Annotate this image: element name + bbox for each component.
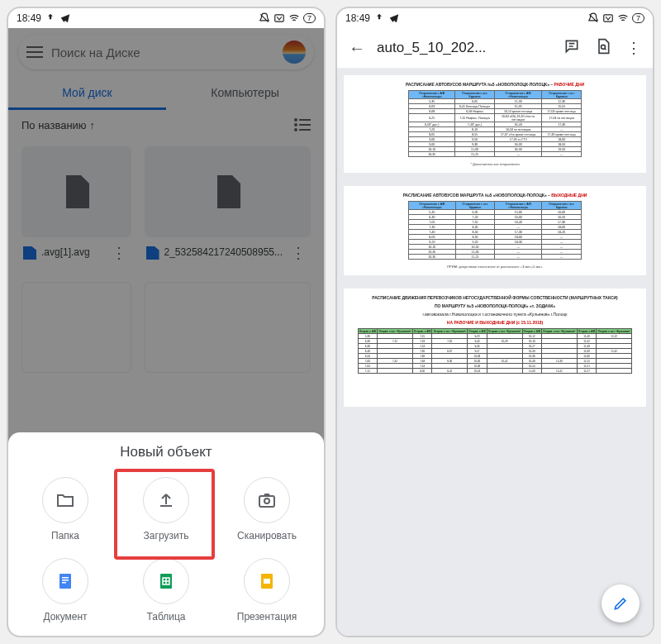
- svg-rect-18: [264, 579, 270, 584]
- svg-point-8: [264, 499, 269, 503]
- tutorial-highlight: [114, 469, 215, 560]
- slides-icon: [257, 571, 277, 591]
- mobile-data-icon: [602, 12, 614, 24]
- svg-rect-19: [604, 15, 613, 21]
- table-note: ПРИМ: допустимое отклонение от расписани…: [350, 265, 640, 269]
- section-title: РАСПИСАНИЕ АВТОБУСОВ МАРШРУТА №5 «НОВОПО…: [403, 193, 552, 198]
- doc-page: РАСПИСАНИЕ ДВИЖЕНИЯ ПЕРЕВОЗЧИКОВ НЕГОСУД…: [344, 289, 646, 407]
- section-title: РАСПИСАНИЕ ДВИЖЕНИЯ ПЕРЕВОЗЧИКОВ НЕГОСУД…: [350, 295, 640, 300]
- telegram-status-icon: [388, 12, 400, 24]
- docs-icon: [55, 571, 75, 591]
- doc-title: auto_5_10_202...: [377, 40, 552, 56]
- pencil-icon: [612, 595, 629, 612]
- svg-rect-0: [275, 15, 284, 21]
- wifi-icon: [288, 12, 300, 24]
- svg-rect-11: [62, 580, 69, 581]
- section-title: РАСПИСАНИЕ АВТОБУСОВ МАРШРУТА №5 «НОВОПО…: [406, 82, 554, 87]
- comment-icon[interactable]: [560, 35, 583, 61]
- sheet-item-scan[interactable]: Сканировать: [216, 470, 317, 548]
- sheet-label: Документ: [43, 611, 87, 623]
- bottom-sheet: Новый объект Папка Загрузить Сканировать…: [8, 432, 324, 636]
- doc-page: РАСПИСАНИЕ АВТОБУСОВ МАРШРУТА №5 «НОВОПО…: [344, 186, 646, 275]
- phone-right: 18:49 7 ← auto_5_10_202... ⋮ РАСПИСАНИЕ …: [335, 7, 654, 637]
- more-icon[interactable]: ⋮: [623, 36, 644, 60]
- svg-rect-10: [62, 577, 69, 579]
- status-time: 18:49: [345, 12, 370, 24]
- doc-page: РАСПИСАНИЕ АВТОБУСОВ МАРШРУТА №5 «НОВОПО…: [344, 75, 646, 173]
- sheets-icon: [156, 571, 176, 591]
- telegram-status-icon: [59, 12, 71, 24]
- sheet-label: Таблица: [146, 611, 185, 623]
- schedule-table-3: Отправ. с А/ВОтправ. с ост. «Кульянов»От…: [358, 328, 633, 374]
- battery-indicator: 7: [303, 13, 316, 23]
- section-title: ПО МАРШРУТУ №5 «НОВОПОЛОЦК-ПОЛОЦК» «т. З…: [350, 303, 640, 308]
- sheet-item-doc[interactable]: Документ: [15, 551, 116, 629]
- wifi-icon: [617, 12, 629, 24]
- back-button[interactable]: ←: [345, 36, 369, 61]
- camera-icon: [257, 490, 277, 510]
- vibrate-icon: [259, 12, 270, 24]
- schedule-table-1: Отправление с А/В г.НовополоцкаОтправлен…: [408, 90, 582, 157]
- status-bar: 18:49 7: [8, 8, 324, 28]
- upload-status-icon: [45, 12, 56, 24]
- sheet-item-sheet[interactable]: Таблица: [116, 551, 216, 629]
- drive-content: Мой диск Компьютеры По названию↑ .avg[1]…: [8, 28, 324, 636]
- edit-fab[interactable]: [602, 584, 640, 623]
- section-subtitle: г.автовокзала г.Новополоцка и т.останово…: [350, 312, 640, 317]
- sheet-item-slides[interactable]: Презентация: [216, 551, 317, 629]
- folder-icon: [55, 490, 75, 510]
- schedule-table-2: Отправление с А/В г.НовополоцкаОтправлен…: [408, 201, 582, 260]
- svg-rect-9: [59, 574, 71, 589]
- battery-indicator: 7: [632, 13, 644, 23]
- sheet-title: Новый объект: [15, 444, 317, 460]
- phone-left: 18:49 7 Мой диск Компьютеры По названию↑: [7, 7, 326, 637]
- svg-line-23: [605, 49, 606, 50]
- document-scroll[interactable]: РАСПИСАНИЕ АВТОБУСОВ МАРШРУТА №5 «НОВОПО…: [337, 69, 653, 636]
- mobile-data-icon: [273, 12, 285, 24]
- upload-status-icon: [373, 12, 385, 24]
- sheet-label: Презентация: [237, 611, 297, 623]
- vibrate-icon: [587, 12, 599, 24]
- svg-rect-12: [62, 582, 66, 584]
- status-bar: 18:49 7: [337, 8, 653, 28]
- sheet-item-folder[interactable]: Папка: [15, 470, 116, 548]
- status-time: 18:49: [17, 12, 41, 24]
- table-note: * Дополнительные отправления: [350, 162, 640, 166]
- sheet-label: Папка: [51, 530, 79, 541]
- doc-header: ← auto_5_10_202... ⋮: [337, 28, 653, 69]
- find-in-page-icon[interactable]: [592, 35, 615, 61]
- svg-rect-7: [259, 496, 274, 507]
- sheet-label: Сканировать: [237, 530, 297, 541]
